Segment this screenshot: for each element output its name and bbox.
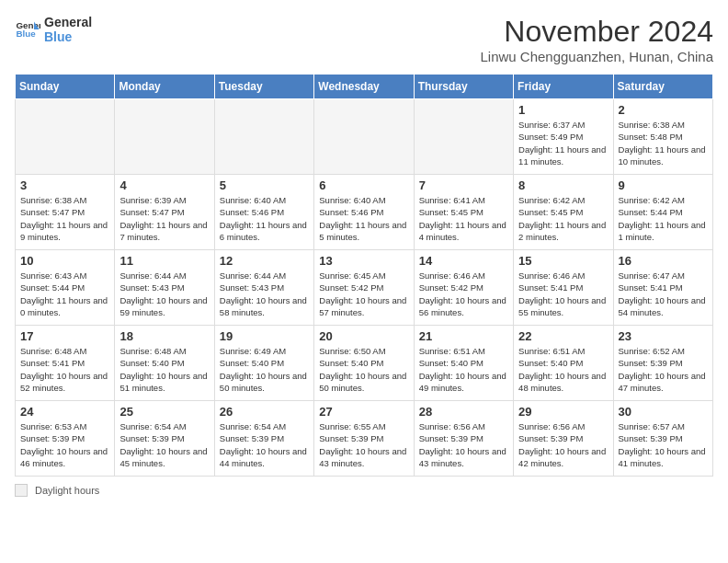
day-info: Sunrise: 6:38 AM Sunset: 5:47 PM Dayligh… [20,194,109,243]
weekday-header: Friday [514,75,613,99]
logo-text: General Blue [44,15,92,44]
calendar-cell: 3Sunrise: 6:38 AM Sunset: 5:47 PM Daylig… [16,175,115,250]
day-number: 28 [419,405,508,419]
day-number: 4 [119,178,209,192]
day-info: Sunrise: 6:57 AM Sunset: 5:39 PM Dayligh… [619,420,708,469]
day-info: Sunrise: 6:48 AM Sunset: 5:41 PM Dayligh… [20,345,109,394]
calendar-cell: 8Sunrise: 6:42 AM Sunset: 5:45 PM Daylig… [514,175,613,250]
calendar-cell: 7Sunrise: 6:41 AM Sunset: 5:45 PM Daylig… [414,175,513,250]
day-number: 20 [319,329,408,343]
day-info: Sunrise: 6:39 AM Sunset: 5:47 PM Dayligh… [119,194,209,243]
day-number: 29 [518,405,608,419]
day-number: 2 [619,103,708,117]
day-number: 14 [419,254,508,268]
day-number: 10 [20,254,109,268]
calendar-cell: 11Sunrise: 6:44 AM Sunset: 5:43 PM Dayli… [115,250,214,326]
day-number: 15 [518,254,608,268]
day-info: Sunrise: 6:40 AM Sunset: 5:46 PM Dayligh… [319,194,408,243]
calendar-week-row: 3Sunrise: 6:38 AM Sunset: 5:47 PM Daylig… [16,175,713,250]
day-info: Sunrise: 6:46 AM Sunset: 5:41 PM Dayligh… [518,270,608,318]
calendar-week-row: 24Sunrise: 6:53 AM Sunset: 5:39 PM Dayli… [16,401,713,477]
day-number: 17 [20,329,109,343]
calendar-cell: 19Sunrise: 6:49 AM Sunset: 5:40 PM Dayli… [214,326,313,401]
calendar-cell: 9Sunrise: 6:42 AM Sunset: 5:44 PM Daylig… [613,175,712,250]
calendar-cell: 29Sunrise: 6:56 AM Sunset: 5:39 PM Dayli… [514,401,613,477]
day-info: Sunrise: 6:45 AM Sunset: 5:42 PM Dayligh… [319,270,408,318]
day-info: Sunrise: 6:46 AM Sunset: 5:42 PM Dayligh… [419,270,508,318]
calendar-cell: 12Sunrise: 6:44 AM Sunset: 5:43 PM Dayli… [214,250,313,326]
day-number: 12 [220,254,309,268]
calendar-cell: 22Sunrise: 6:51 AM Sunset: 5:40 PM Dayli… [514,326,613,401]
calendar-cell: 21Sunrise: 6:51 AM Sunset: 5:40 PM Dayli… [414,326,513,401]
day-number: 26 [220,405,309,419]
day-number: 13 [319,254,408,268]
page-header: General Blue General Blue November 2024 … [15,15,713,64]
calendar-cell: 30Sunrise: 6:57 AM Sunset: 5:39 PM Dayli… [613,401,712,477]
day-info: Sunrise: 6:40 AM Sunset: 5:46 PM Dayligh… [220,194,309,243]
day-number: 11 [119,254,209,268]
day-number: 21 [419,329,508,343]
calendar-cell: 2Sunrise: 6:38 AM Sunset: 5:48 PM Daylig… [613,99,712,175]
day-number: 27 [319,405,408,419]
day-number: 5 [220,178,309,192]
day-info: Sunrise: 6:41 AM Sunset: 5:45 PM Dayligh… [419,194,508,243]
day-number: 23 [619,329,708,343]
location: Linwu Chengguanzhen, Hunan, China [480,49,713,64]
month-title: November 2024 [480,15,713,49]
day-number: 30 [619,405,708,419]
day-number: 25 [119,405,209,419]
day-info: Sunrise: 6:48 AM Sunset: 5:40 PM Dayligh… [119,345,209,394]
day-number: 3 [20,178,109,192]
day-info: Sunrise: 6:53 AM Sunset: 5:39 PM Dayligh… [20,420,109,469]
day-info: Sunrise: 6:38 AM Sunset: 5:48 PM Dayligh… [619,119,708,167]
weekday-header: Saturday [613,75,712,99]
calendar-cell: 25Sunrise: 6:54 AM Sunset: 5:39 PM Dayli… [115,401,214,477]
day-info: Sunrise: 6:50 AM Sunset: 5:40 PM Dayligh… [319,345,408,394]
day-info: Sunrise: 6:47 AM Sunset: 5:41 PM Dayligh… [619,270,708,318]
day-info: Sunrise: 6:56 AM Sunset: 5:39 PM Dayligh… [419,420,508,469]
day-number: 7 [419,178,508,192]
calendar-cell: 15Sunrise: 6:46 AM Sunset: 5:41 PM Dayli… [514,250,613,326]
day-number: 9 [619,178,708,192]
logo: General Blue General Blue [15,15,92,44]
svg-text:Blue: Blue [16,29,36,39]
day-number: 16 [619,254,708,268]
day-info: Sunrise: 6:49 AM Sunset: 5:40 PM Dayligh… [220,345,309,394]
day-number: 6 [319,178,408,192]
day-info: Sunrise: 6:54 AM Sunset: 5:39 PM Dayligh… [220,420,309,469]
calendar-cell [214,99,313,175]
calendar-cell [115,99,214,175]
day-info: Sunrise: 6:42 AM Sunset: 5:45 PM Dayligh… [518,194,608,243]
calendar-cell: 17Sunrise: 6:48 AM Sunset: 5:41 PM Dayli… [16,326,115,401]
day-number: 22 [518,329,608,343]
calendar-cell: 14Sunrise: 6:46 AM Sunset: 5:42 PM Dayli… [414,250,513,326]
calendar-cell: 23Sunrise: 6:52 AM Sunset: 5:39 PM Dayli… [613,326,712,401]
calendar-cell: 18Sunrise: 6:48 AM Sunset: 5:40 PM Dayli… [115,326,214,401]
calendar-body: 1Sunrise: 6:37 AM Sunset: 5:49 PM Daylig… [16,99,713,477]
calendar-cell [314,99,414,175]
calendar-cell: 20Sunrise: 6:50 AM Sunset: 5:40 PM Dayli… [314,326,414,401]
daylight-box [15,484,28,497]
day-info: Sunrise: 6:51 AM Sunset: 5:40 PM Dayligh… [419,345,508,394]
calendar-cell: 13Sunrise: 6:45 AM Sunset: 5:42 PM Dayli… [314,250,414,326]
calendar-cell: 5Sunrise: 6:40 AM Sunset: 5:46 PM Daylig… [214,175,313,250]
calendar-cell: 10Sunrise: 6:43 AM Sunset: 5:44 PM Dayli… [16,250,115,326]
calendar-cell: 26Sunrise: 6:54 AM Sunset: 5:39 PM Dayli… [214,401,313,477]
calendar-footer: Daylight hours [15,484,713,497]
day-info: Sunrise: 6:43 AM Sunset: 5:44 PM Dayligh… [20,270,109,318]
day-info: Sunrise: 6:44 AM Sunset: 5:43 PM Dayligh… [119,270,209,318]
day-number: 24 [20,405,109,419]
calendar-cell [414,99,513,175]
calendar-week-row: 17Sunrise: 6:48 AM Sunset: 5:41 PM Dayli… [16,326,713,401]
logo-icon: General Blue [15,17,40,42]
day-info: Sunrise: 6:54 AM Sunset: 5:39 PM Dayligh… [119,420,209,469]
calendar-cell: 4Sunrise: 6:39 AM Sunset: 5:47 PM Daylig… [115,175,214,250]
day-number: 1 [518,103,608,117]
calendar-week-row: 1Sunrise: 6:37 AM Sunset: 5:49 PM Daylig… [16,99,713,175]
calendar-cell: 28Sunrise: 6:56 AM Sunset: 5:39 PM Dayli… [414,401,513,477]
calendar-cell: 16Sunrise: 6:47 AM Sunset: 5:41 PM Dayli… [613,250,712,326]
day-number: 18 [119,329,209,343]
day-info: Sunrise: 6:51 AM Sunset: 5:40 PM Dayligh… [518,345,608,394]
day-number: 8 [518,178,608,192]
weekday-header: Monday [115,75,214,99]
